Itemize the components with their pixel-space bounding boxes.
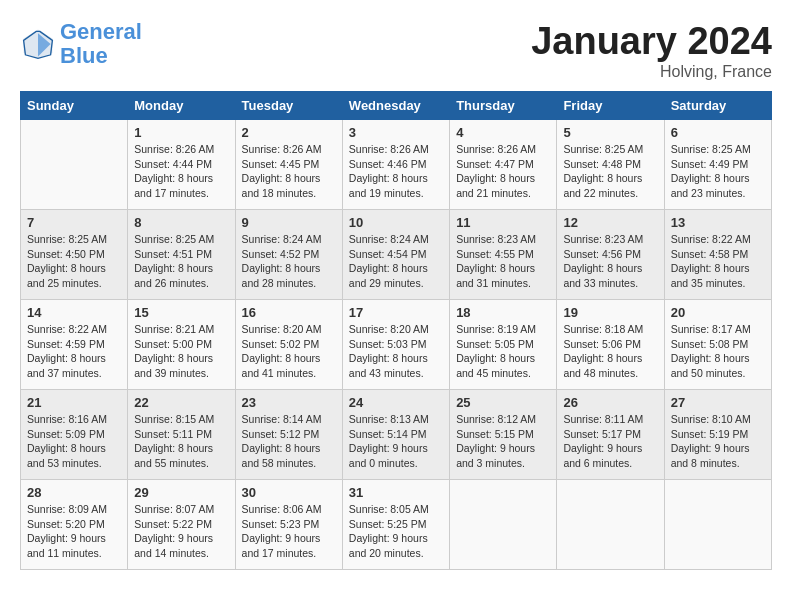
cell-info: Sunset: 4:44 PM <box>134 157 228 172</box>
day-number: 3 <box>349 125 443 140</box>
cell-info: Sunset: 4:50 PM <box>27 247 121 262</box>
cell-info: Sunset: 5:02 PM <box>242 337 336 352</box>
day-number: 16 <box>242 305 336 320</box>
cell-info: Sunset: 5:25 PM <box>349 517 443 532</box>
day-number: 28 <box>27 485 121 500</box>
cell-info: Sunset: 4:55 PM <box>456 247 550 262</box>
calendar-cell <box>557 480 664 570</box>
cell-info: Sunrise: 8:20 AM <box>242 322 336 337</box>
cell-info: Sunrise: 8:25 AM <box>563 142 657 157</box>
cell-info: Sunset: 5:05 PM <box>456 337 550 352</box>
day-number: 2 <box>242 125 336 140</box>
cell-info: Daylight: 8 hours <box>349 171 443 186</box>
calendar-cell <box>21 120 128 210</box>
cell-info: Sunrise: 8:15 AM <box>134 412 228 427</box>
cell-info: Sunset: 5:09 PM <box>27 427 121 442</box>
calendar-week-row: 28Sunrise: 8:09 AMSunset: 5:20 PMDayligh… <box>21 480 772 570</box>
day-number: 5 <box>563 125 657 140</box>
calendar-cell <box>450 480 557 570</box>
cell-info: and 37 minutes. <box>27 366 121 381</box>
calendar-cell: 22Sunrise: 8:15 AMSunset: 5:11 PMDayligh… <box>128 390 235 480</box>
cell-info: Daylight: 8 hours <box>242 261 336 276</box>
calendar-cell: 14Sunrise: 8:22 AMSunset: 4:59 PMDayligh… <box>21 300 128 390</box>
cell-info: Sunrise: 8:25 AM <box>671 142 765 157</box>
cell-info: Sunrise: 8:22 AM <box>27 322 121 337</box>
day-number: 23 <box>242 395 336 410</box>
cell-info: and 55 minutes. <box>134 456 228 471</box>
cell-info: Sunrise: 8:05 AM <box>349 502 443 517</box>
cell-info: Daylight: 8 hours <box>134 171 228 186</box>
cell-info: and 8 minutes. <box>671 456 765 471</box>
cell-info: and 21 minutes. <box>456 186 550 201</box>
cell-info: and 50 minutes. <box>671 366 765 381</box>
calendar-cell: 4Sunrise: 8:26 AMSunset: 4:47 PMDaylight… <box>450 120 557 210</box>
calendar-cell: 2Sunrise: 8:26 AMSunset: 4:45 PMDaylight… <box>235 120 342 210</box>
location-title: Holving, France <box>531 63 772 81</box>
day-number: 14 <box>27 305 121 320</box>
cell-info: Sunrise: 8:13 AM <box>349 412 443 427</box>
cell-info: Daylight: 8 hours <box>27 351 121 366</box>
day-number: 18 <box>456 305 550 320</box>
cell-info: Sunset: 4:49 PM <box>671 157 765 172</box>
calendar-cell: 29Sunrise: 8:07 AMSunset: 5:22 PMDayligh… <box>128 480 235 570</box>
month-title: January 2024 <box>531 20 772 63</box>
day-number: 13 <box>671 215 765 230</box>
cell-info: and 22 minutes. <box>563 186 657 201</box>
cell-info: Daylight: 8 hours <box>456 351 550 366</box>
page-header: GeneralBlue January 2024 Holving, France <box>20 20 772 81</box>
cell-info: Daylight: 8 hours <box>563 171 657 186</box>
header-monday: Monday <box>128 92 235 120</box>
cell-info: Daylight: 8 hours <box>27 441 121 456</box>
day-number: 24 <box>349 395 443 410</box>
cell-info: Sunset: 5:08 PM <box>671 337 765 352</box>
day-number: 30 <box>242 485 336 500</box>
calendar-cell: 10Sunrise: 8:24 AMSunset: 4:54 PMDayligh… <box>342 210 449 300</box>
calendar-cell: 24Sunrise: 8:13 AMSunset: 5:14 PMDayligh… <box>342 390 449 480</box>
cell-info: Sunset: 5:11 PM <box>134 427 228 442</box>
cell-info: and 14 minutes. <box>134 546 228 561</box>
cell-info: Sunset: 5:19 PM <box>671 427 765 442</box>
calendar-cell: 13Sunrise: 8:22 AMSunset: 4:58 PMDayligh… <box>664 210 771 300</box>
cell-info: Daylight: 8 hours <box>134 261 228 276</box>
cell-info: and 48 minutes. <box>563 366 657 381</box>
cell-info: and 39 minutes. <box>134 366 228 381</box>
calendar-cell: 19Sunrise: 8:18 AMSunset: 5:06 PMDayligh… <box>557 300 664 390</box>
day-number: 8 <box>134 215 228 230</box>
day-number: 26 <box>563 395 657 410</box>
cell-info: Sunset: 4:54 PM <box>349 247 443 262</box>
cell-info: Sunset: 5:00 PM <box>134 337 228 352</box>
cell-info: Sunset: 5:22 PM <box>134 517 228 532</box>
cell-info: Sunset: 5:20 PM <box>27 517 121 532</box>
calendar-cell: 27Sunrise: 8:10 AMSunset: 5:19 PMDayligh… <box>664 390 771 480</box>
day-number: 10 <box>349 215 443 230</box>
cell-info: and 33 minutes. <box>563 276 657 291</box>
cell-info: Sunset: 5:03 PM <box>349 337 443 352</box>
cell-info: Daylight: 9 hours <box>671 441 765 456</box>
cell-info: Daylight: 9 hours <box>349 441 443 456</box>
cell-info: Sunset: 5:06 PM <box>563 337 657 352</box>
cell-info: Sunset: 4:45 PM <box>242 157 336 172</box>
calendar-cell: 1Sunrise: 8:26 AMSunset: 4:44 PMDaylight… <box>128 120 235 210</box>
cell-info: Sunrise: 8:21 AM <box>134 322 228 337</box>
cell-info: and 25 minutes. <box>27 276 121 291</box>
day-number: 7 <box>27 215 121 230</box>
cell-info: and 28 minutes. <box>242 276 336 291</box>
header-saturday: Saturday <box>664 92 771 120</box>
cell-info: Sunrise: 8:23 AM <box>563 232 657 247</box>
cell-info: and 0 minutes. <box>349 456 443 471</box>
cell-info: Daylight: 8 hours <box>563 351 657 366</box>
cell-info: Daylight: 8 hours <box>242 171 336 186</box>
day-number: 15 <box>134 305 228 320</box>
calendar-table: SundayMondayTuesdayWednesdayThursdayFrid… <box>20 91 772 570</box>
cell-info: Daylight: 8 hours <box>349 261 443 276</box>
cell-info: Daylight: 8 hours <box>456 171 550 186</box>
cell-info: and 23 minutes. <box>671 186 765 201</box>
calendar-cell: 28Sunrise: 8:09 AMSunset: 5:20 PMDayligh… <box>21 480 128 570</box>
cell-info: Sunrise: 8:26 AM <box>134 142 228 157</box>
cell-info: and 45 minutes. <box>456 366 550 381</box>
cell-info: Daylight: 8 hours <box>242 351 336 366</box>
day-number: 22 <box>134 395 228 410</box>
day-number: 19 <box>563 305 657 320</box>
cell-info: and 41 minutes. <box>242 366 336 381</box>
cell-info: Sunrise: 8:14 AM <box>242 412 336 427</box>
